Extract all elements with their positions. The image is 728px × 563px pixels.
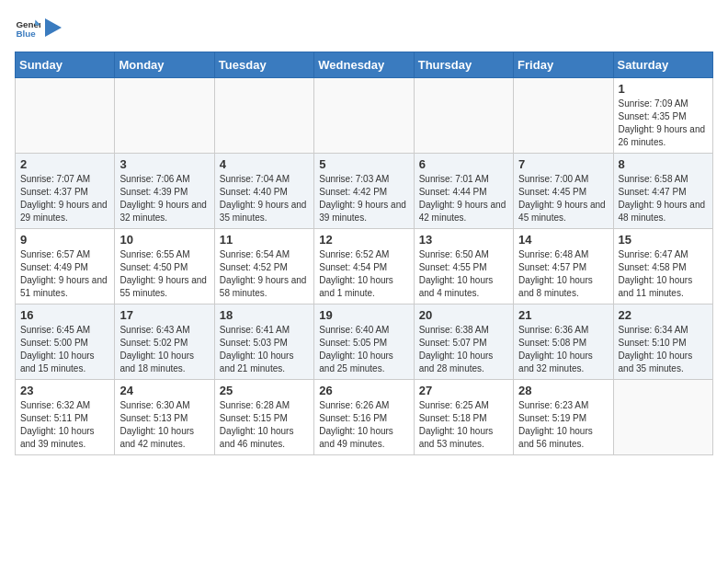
- calendar-cell: 10Sunrise: 6:55 AM Sunset: 4:50 PM Dayli…: [115, 229, 214, 304]
- day-number: 12: [319, 233, 408, 247]
- calendar-cell: 24Sunrise: 6:30 AM Sunset: 5:13 PM Dayli…: [115, 380, 214, 455]
- calendar-cell: 13Sunrise: 6:50 AM Sunset: 4:55 PM Dayli…: [414, 229, 513, 304]
- day-number: 28: [518, 384, 608, 397]
- calendar-cell: 12Sunrise: 6:52 AM Sunset: 4:54 PM Dayli…: [314, 229, 414, 304]
- day-number: 9: [20, 233, 109, 247]
- calendar-cell: 16Sunrise: 6:45 AM Sunset: 5:00 PM Dayli…: [16, 304, 115, 380]
- day-info: Sunrise: 6:32 AM Sunset: 5:11 PM Dayligh…: [20, 399, 109, 451]
- calendar-table: SundayMondayTuesdayWednesdayThursdayFrid…: [15, 52, 713, 455]
- day-number: 3: [119, 157, 209, 171]
- day-number: 22: [619, 308, 708, 322]
- day-info: Sunrise: 6:57 AM Sunset: 4:49 PM Dayligh…: [20, 248, 109, 300]
- day-info: Sunrise: 7:09 AM Sunset: 4:35 PM Dayligh…: [619, 98, 708, 149]
- day-info: Sunrise: 6:25 AM Sunset: 5:18 PM Dayligh…: [419, 399, 508, 451]
- day-number: 17: [119, 308, 209, 322]
- calendar-cell: 27Sunrise: 6:25 AM Sunset: 5:18 PM Dayli…: [414, 380, 513, 455]
- day-info: Sunrise: 7:01 AM Sunset: 4:44 PM Dayligh…: [419, 173, 508, 224]
- day-number: 19: [319, 308, 408, 322]
- day-info: Sunrise: 7:07 AM Sunset: 4:37 PM Dayligh…: [20, 173, 109, 224]
- day-info: Sunrise: 6:34 AM Sunset: 5:10 PM Dayligh…: [619, 324, 708, 375]
- day-number: 24: [119, 384, 209, 397]
- day-info: Sunrise: 6:52 AM Sunset: 4:54 PM Dayligh…: [319, 248, 408, 300]
- calendar-cell: 26Sunrise: 6:26 AM Sunset: 5:16 PM Dayli…: [314, 380, 414, 455]
- calendar-cell: 7Sunrise: 7:00 AM Sunset: 4:45 PM Daylig…: [514, 154, 613, 229]
- day-number: 11: [220, 233, 309, 247]
- day-of-week-header: Tuesday: [214, 52, 313, 78]
- day-of-week-header: Wednesday: [314, 52, 414, 78]
- day-info: Sunrise: 6:55 AM Sunset: 4:50 PM Dayligh…: [119, 248, 209, 300]
- day-info: Sunrise: 6:50 AM Sunset: 4:55 PM Dayligh…: [419, 248, 508, 300]
- day-of-week-header: Sunday: [16, 52, 115, 78]
- day-number: 1: [619, 82, 708, 96]
- day-of-week-header: Monday: [115, 52, 214, 78]
- calendar-cell: [514, 78, 613, 154]
- calendar-cell: 19Sunrise: 6:40 AM Sunset: 5:05 PM Dayli…: [314, 304, 414, 380]
- calendar-cell: 15Sunrise: 6:47 AM Sunset: 4:58 PM Dayli…: [613, 229, 712, 304]
- day-of-week-header: Friday: [514, 52, 613, 78]
- calendar-cell: 21Sunrise: 6:36 AM Sunset: 5:08 PM Dayli…: [514, 304, 613, 380]
- calendar-cell: 22Sunrise: 6:34 AM Sunset: 5:10 PM Dayli…: [613, 304, 712, 380]
- calendar-cell: 28Sunrise: 6:23 AM Sunset: 5:19 PM Dayli…: [514, 380, 613, 455]
- day-number: 27: [419, 384, 508, 397]
- day-info: Sunrise: 6:30 AM Sunset: 5:13 PM Dayligh…: [119, 399, 209, 451]
- day-info: Sunrise: 6:47 AM Sunset: 4:58 PM Dayligh…: [619, 248, 708, 300]
- day-info: Sunrise: 6:23 AM Sunset: 5:19 PM Dayligh…: [518, 399, 608, 451]
- calendar-cell: 6Sunrise: 7:01 AM Sunset: 4:44 PM Daylig…: [414, 154, 513, 229]
- day-info: Sunrise: 7:06 AM Sunset: 4:39 PM Dayligh…: [119, 173, 209, 224]
- day-info: Sunrise: 7:00 AM Sunset: 4:45 PM Dayligh…: [518, 173, 608, 224]
- day-of-week-header: Thursday: [414, 52, 513, 78]
- day-of-week-header: Saturday: [613, 52, 712, 78]
- day-info: Sunrise: 6:41 AM Sunset: 5:03 PM Dayligh…: [220, 324, 309, 375]
- day-number: 26: [319, 384, 408, 397]
- calendar-cell: [16, 78, 115, 154]
- calendar-cell: 2Sunrise: 7:07 AM Sunset: 4:37 PM Daylig…: [16, 154, 115, 229]
- logo-icon: General Blue: [15, 15, 40, 40]
- day-info: Sunrise: 7:04 AM Sunset: 4:40 PM Dayligh…: [220, 173, 309, 224]
- day-number: 15: [619, 233, 708, 247]
- day-number: 8: [619, 157, 708, 171]
- day-number: 5: [319, 157, 408, 171]
- logo: General Blue: [15, 15, 63, 40]
- calendar-cell: 8Sunrise: 6:58 AM Sunset: 4:47 PM Daylig…: [613, 154, 712, 229]
- calendar-cell: [314, 78, 414, 154]
- calendar-cell: 9Sunrise: 6:57 AM Sunset: 4:49 PM Daylig…: [16, 229, 115, 304]
- calendar-cell: 23Sunrise: 6:32 AM Sunset: 5:11 PM Dayli…: [16, 380, 115, 455]
- svg-marker-4: [45, 18, 62, 37]
- day-number: 20: [419, 308, 508, 322]
- calendar-cell: 18Sunrise: 6:41 AM Sunset: 5:03 PM Dayli…: [214, 304, 313, 380]
- day-number: 18: [220, 308, 309, 322]
- page-header: General Blue: [15, 15, 713, 40]
- calendar-cell: 4Sunrise: 7:04 AM Sunset: 4:40 PM Daylig…: [214, 154, 313, 229]
- day-number: 25: [220, 384, 309, 397]
- day-number: 10: [119, 233, 209, 247]
- day-info: Sunrise: 6:45 AM Sunset: 5:00 PM Dayligh…: [20, 324, 109, 375]
- day-info: Sunrise: 6:54 AM Sunset: 4:52 PM Dayligh…: [220, 248, 309, 300]
- day-info: Sunrise: 6:36 AM Sunset: 5:08 PM Dayligh…: [518, 324, 608, 375]
- day-info: Sunrise: 6:28 AM Sunset: 5:15 PM Dayligh…: [220, 399, 309, 451]
- calendar-cell: [214, 78, 313, 154]
- calendar-cell: 5Sunrise: 7:03 AM Sunset: 4:42 PM Daylig…: [314, 154, 414, 229]
- logo-triangle-icon: [45, 18, 62, 37]
- day-info: Sunrise: 6:40 AM Sunset: 5:05 PM Dayligh…: [319, 324, 408, 375]
- day-number: 13: [419, 233, 508, 247]
- calendar-cell: [414, 78, 513, 154]
- calendar-cell: 25Sunrise: 6:28 AM Sunset: 5:15 PM Dayli…: [214, 380, 313, 455]
- day-number: 2: [20, 157, 109, 171]
- day-number: 6: [419, 157, 508, 171]
- calendar-cell: [613, 380, 712, 455]
- calendar-cell: 20Sunrise: 6:38 AM Sunset: 5:07 PM Dayli…: [414, 304, 513, 380]
- calendar-cell: 11Sunrise: 6:54 AM Sunset: 4:52 PM Dayli…: [214, 229, 313, 304]
- calendar-cell: [115, 78, 214, 154]
- day-info: Sunrise: 6:43 AM Sunset: 5:02 PM Dayligh…: [119, 324, 209, 375]
- day-info: Sunrise: 6:26 AM Sunset: 5:16 PM Dayligh…: [319, 399, 408, 451]
- day-number: 23: [20, 384, 109, 397]
- day-number: 16: [20, 308, 109, 322]
- calendar-cell: 17Sunrise: 6:43 AM Sunset: 5:02 PM Dayli…: [115, 304, 214, 380]
- calendar-cell: 3Sunrise: 7:06 AM Sunset: 4:39 PM Daylig…: [115, 154, 214, 229]
- calendar-header-row: SundayMondayTuesdayWednesdayThursdayFrid…: [16, 52, 713, 78]
- day-info: Sunrise: 6:58 AM Sunset: 4:47 PM Dayligh…: [619, 173, 708, 224]
- day-number: 4: [220, 157, 309, 171]
- day-number: 7: [518, 157, 608, 171]
- day-number: 14: [518, 233, 608, 247]
- calendar-cell: 1Sunrise: 7:09 AM Sunset: 4:35 PM Daylig…: [613, 78, 712, 154]
